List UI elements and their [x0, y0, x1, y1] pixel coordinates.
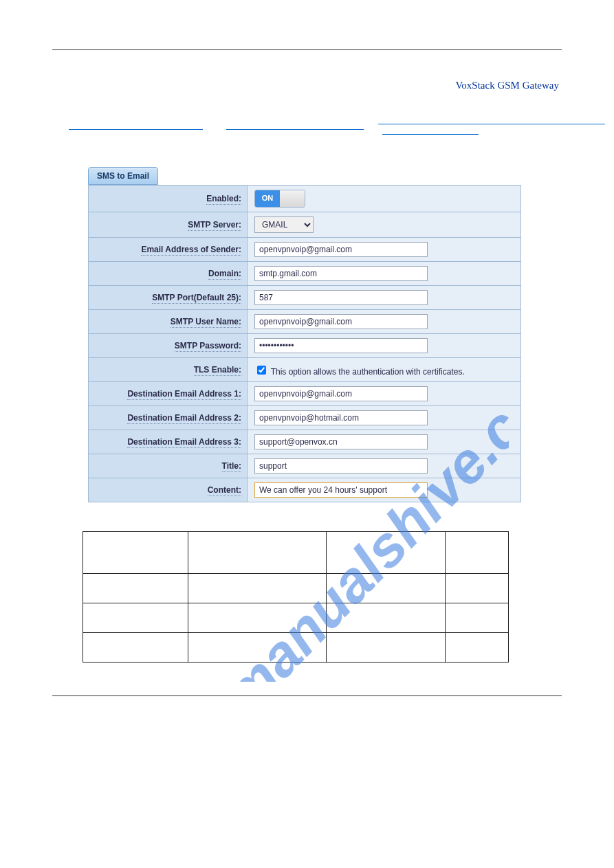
tls-label: TLS Enable:: [194, 365, 241, 376]
tls-checkbox[interactable]: [257, 366, 266, 375]
col-header-3: SMTP Port: [327, 532, 446, 574]
col-header-1: E-mail Box Type: [83, 532, 188, 574]
sms-to-email-form: Enabled: ON SMTP Server: GMAIL Email Ad: [88, 185, 521, 502]
enabled-toggle[interactable]: ON: [254, 190, 305, 208]
dest2-input[interactable]: [254, 410, 428, 425]
table-cell: 587: [327, 633, 446, 663]
table-cell: HotMail: [83, 603, 188, 633]
page-number: 59: [550, 700, 559, 710]
domain-input[interactable]: [254, 266, 428, 281]
sender-input[interactable]: [254, 242, 428, 257]
username-label: SMTP User Name:: [171, 317, 241, 328]
table-cell: on: [446, 633, 509, 663]
dest1-label: Destination Email Address 1:: [127, 389, 241, 400]
content-input[interactable]: [254, 482, 428, 498]
figure-caption-1: Figure 5-2-5 SMS to Email: [69, 144, 614, 156]
table-cell: on: [446, 603, 509, 633]
dest1-input[interactable]: [254, 386, 428, 401]
header-brand: VoxStack GSM Gateway: [455, 80, 559, 91]
table-cell: smtp.mail.yahoo.com: [188, 633, 327, 663]
dest3-label: Destination Email Address 3:: [127, 437, 241, 448]
table-caption-2: Table 5-2-2 Types of E-mail Box: [83, 515, 614, 527]
table-cell: Yahoo!: [83, 633, 188, 663]
table-cell: 587: [327, 603, 446, 633]
table-cell: smtp.live.com: [188, 603, 327, 633]
toggle-on-label: ON: [255, 190, 280, 207]
password-label: SMTP Password:: [175, 341, 241, 352]
col-header-2: SMTP Server Domain Name: [188, 532, 327, 574]
email-types-table: E-mail Box Type SMTP Server Domain Name …: [83, 531, 509, 663]
toggle-off-handle: [280, 190, 305, 207]
content-label: Content:: [208, 485, 241, 496]
smtp-server-label: SMTP Server:: [188, 220, 241, 231]
footer: OpenVox Communication Co. LTD. 59 URL: w…: [0, 696, 614, 728]
dest3-input[interactable]: [254, 434, 428, 449]
table-cell: smtp.gmail.com: [188, 574, 327, 603]
enabled-label: Enabled:: [206, 194, 241, 205]
port-label: SMTP Port(Default 25):: [152, 293, 241, 304]
smtp-server-select[interactable]: GMAIL: [254, 216, 314, 233]
footer-url: URL: www.openvox.cn: [55, 710, 559, 720]
port-input[interactable]: [254, 290, 428, 305]
table-cell: 587: [327, 574, 446, 603]
title-label: Title:: [222, 461, 241, 472]
table-cell: Gmail: [83, 574, 188, 603]
footer-company: OpenVox Communication Co. LTD.: [55, 700, 184, 710]
title-input[interactable]: [254, 458, 428, 474]
sender-label: Email Address of Sender:: [141, 245, 241, 256]
col-header-4: TLS: [446, 532, 509, 574]
password-input[interactable]: [254, 338, 428, 353]
username-input[interactable]: [254, 314, 428, 329]
domain-label: Domain:: [208, 269, 241, 280]
table-cell: on: [446, 574, 509, 603]
dest2-label: Destination Email Address 2:: [127, 413, 241, 424]
tls-description: This option allows the authentication wi…: [271, 367, 465, 377]
sms-to-email-tab[interactable]: SMS to Email: [88, 167, 158, 185]
